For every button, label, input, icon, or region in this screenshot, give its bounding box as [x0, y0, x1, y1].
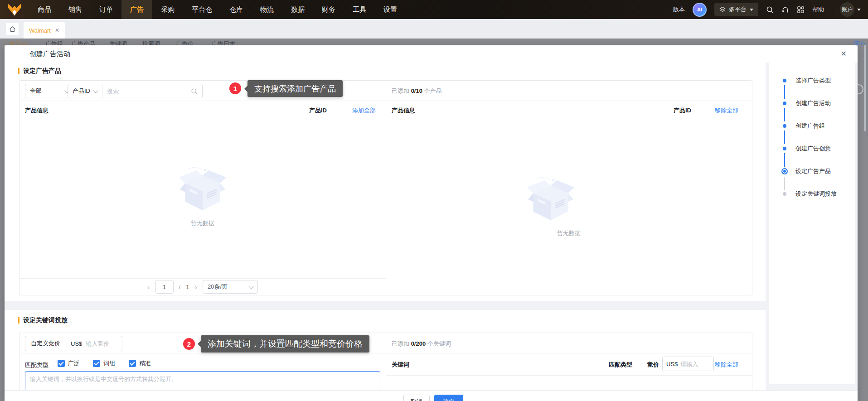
search-icon[interactable]	[766, 6, 774, 14]
product-search-input[interactable]	[102, 88, 191, 95]
match-option-exact[interactable]: 精准	[129, 359, 151, 367]
chevron-down-icon	[93, 88, 98, 93]
bg-tab-campaigns: 广告活动	[4, 40, 27, 45]
page-size-value: 20条/页	[208, 283, 228, 291]
step-create-campaign[interactable]: 创建广告活动	[769, 100, 855, 107]
empty-text: 暂无数据	[157, 219, 248, 227]
page-separator: /	[179, 284, 181, 290]
guide-badge-1: 1	[229, 82, 241, 94]
section-title: 设定广告产品	[23, 67, 61, 75]
next-page-icon[interactable]: ›	[194, 283, 197, 291]
cancel-button[interactable]: 取消	[403, 395, 430, 401]
headset-support-icon[interactable]	[781, 6, 789, 14]
col-header-product-id-right: 产品ID	[674, 106, 691, 115]
step-label: 创建广告活动	[795, 99, 831, 107]
bg-sync-link: 同步	[854, 40, 866, 45]
section-header-keywords: 设定关键词投放	[18, 316, 68, 324]
checkbox-checked-icon[interactable]	[93, 360, 100, 367]
search-magnifier-icon[interactable]	[191, 88, 202, 95]
step-label: 创建广告创意	[795, 145, 831, 153]
current-page-box[interactable]: 1	[155, 280, 174, 294]
page-scrollbar[interactable]	[864, 45, 866, 131]
match-option-phrase[interactable]: 词组	[93, 359, 115, 367]
apps-grid-icon[interactable]	[797, 6, 805, 14]
step-set-products[interactable]: 设定广告产品	[769, 168, 855, 175]
match-option-broad[interactable]: 广泛	[58, 359, 80, 367]
add-all-link[interactable]: 添加全部	[352, 106, 376, 115]
menu-item-ads[interactable]: 广告	[121, 0, 152, 19]
prev-page-icon[interactable]: ‹	[147, 283, 150, 291]
home-tab-button[interactable]	[6, 23, 19, 35]
col-header-product-id: 产品ID	[309, 106, 327, 115]
step-select-ad-type[interactable]: 选择广告类型	[769, 77, 855, 84]
menu-item-purchase[interactable]: 采购	[152, 0, 183, 19]
dimmed-right-strip	[858, 45, 868, 401]
checkbox-checked-icon[interactable]	[58, 360, 65, 367]
col-header-product-info-right: 产品信息	[392, 106, 415, 115]
page-size-select[interactable]: 20条/页	[203, 280, 258, 294]
menu-item-platform-warehouse[interactable]: 平台仓	[183, 0, 221, 19]
products-panel: 全部 产品ID 产品信息	[19, 80, 752, 295]
section-header-products: 设定广告产品	[18, 67, 61, 75]
version-link[interactable]: 版本	[673, 5, 685, 14]
added-products-counter: 已添加 0/10 个产品	[392, 87, 442, 95]
tab-walmart[interactable]: Walmart ✕	[24, 22, 65, 39]
account-menu[interactable]: 账户	[840, 2, 861, 17]
menu-item-settings[interactable]: 设置	[375, 0, 406, 19]
confirm-button[interactable]: 确定	[434, 395, 463, 401]
step-label: 设定关键词投放	[795, 190, 837, 198]
bg-tab-keywords: 关键词	[109, 40, 127, 45]
keywords-textarea[interactable]	[25, 372, 380, 390]
menu-item-products[interactable]: 商品	[29, 0, 60, 19]
guide-badge-2: 2	[183, 338, 195, 350]
platform-label: 多平台	[729, 5, 747, 14]
tooltip-text: 支持搜索添加广告产品	[254, 83, 336, 94]
menu-item-warehouse[interactable]: 仓库	[221, 0, 252, 19]
remove-all-keywords-link[interactable]: 移除全部	[715, 361, 738, 369]
added-prefix: 已添加	[392, 87, 409, 94]
modal-close-icon[interactable]: ✕	[841, 49, 847, 58]
step-set-keywords[interactable]: 设定关键词投放	[769, 190, 855, 198]
guide-tooltip-1: 支持搜索添加广告产品	[247, 80, 343, 97]
modal-footer: 取消 确定	[5, 390, 858, 401]
bg-tab-adgroups: 广告组	[45, 40, 63, 45]
steps-sidebar: 选择广告类型 创建广告活动 创建广告组 创建广告创意 设定广告产品	[769, 63, 855, 384]
menu-item-logistics[interactable]: 物流	[252, 0, 282, 19]
step-dot	[783, 147, 786, 150]
step-create-adgroup[interactable]: 创建广告组	[769, 122, 855, 130]
bid-mode-label[interactable]: 自定义竞价	[25, 339, 66, 348]
step-create-creative[interactable]: 创建广告创意	[769, 145, 855, 152]
menu-item-orders[interactable]: 订单	[91, 0, 121, 19]
platform-switcher[interactable]: 多平台	[714, 3, 758, 16]
added-keywords-counter: 已添加 0/200 个关键词	[392, 340, 451, 348]
added-count: 0/10	[411, 87, 422, 94]
help-link[interactable]: 帮助	[812, 5, 824, 14]
menu-item-data[interactable]: 数据	[282, 0, 313, 19]
menu-item-tools[interactable]: 工具	[344, 0, 375, 19]
ai-assistant-button[interactable]: AI	[693, 3, 707, 17]
app-root: 商品 销售 订单 广告 采购 平台仓 仓库 物流 数据 财务 工具 设置 版本 …	[0, 0, 868, 401]
search-field-select[interactable]: 产品ID	[68, 87, 102, 95]
section-accent-bar	[18, 68, 19, 74]
chevron-down-icon	[248, 284, 253, 289]
step-label: 设定广告产品	[795, 167, 831, 175]
top-navbar: 商品 销售 订单 广告 采购 平台仓 仓库 物流 数据 财务 工具 设置 版本 …	[0, 0, 868, 19]
bid-amount-input[interactable]	[85, 340, 122, 348]
menu-item-finance[interactable]: 财务	[313, 0, 344, 19]
chevron-down-icon	[750, 9, 753, 11]
remove-all-link[interactable]: 移除全部	[715, 106, 738, 115]
scope-select[interactable]: 全部	[25, 84, 74, 98]
menu-item-sales[interactable]: 销售	[60, 0, 91, 19]
step-label: 选择广告类型	[795, 77, 831, 85]
set-keywords-card: 设定关键词投放 自定义竞价 US$ 匹配类型 广泛	[5, 310, 766, 390]
checkbox-checked-icon[interactable]	[129, 360, 136, 367]
logo-fox-icon[interactable]	[0, 3, 29, 16]
match-option-label: 广泛	[68, 359, 80, 367]
close-tab-icon[interactable]: ✕	[55, 27, 59, 34]
bg-tab-placements: 广告位	[176, 40, 194, 45]
scope-select-value: 全部	[30, 87, 42, 95]
step-dot	[783, 192, 786, 196]
added-suffix: 个产品	[424, 87, 442, 94]
layers-icon	[719, 6, 726, 13]
header-bid-input[interactable]	[679, 360, 708, 368]
